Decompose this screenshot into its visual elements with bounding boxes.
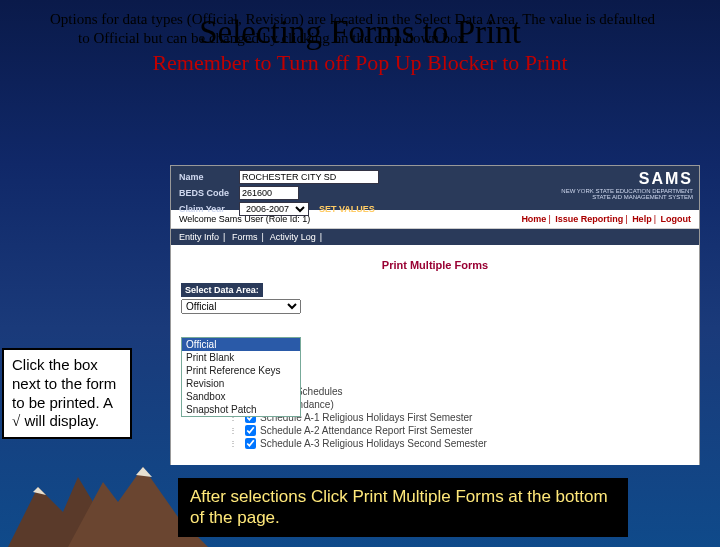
dropdown-option[interactable]: Sandbox xyxy=(182,390,300,403)
claimyear-select[interactable]: 2006-2007 xyxy=(239,202,309,216)
data-area-select[interactable]: Official xyxy=(181,299,301,314)
dropdown-option[interactable]: Official xyxy=(182,338,300,351)
form-label: Schedule A-3 Religious Holidays Second S… xyxy=(260,438,487,449)
name-field[interactable] xyxy=(239,170,379,184)
dropdown-option[interactable]: Print Blank xyxy=(182,351,300,364)
page-title: Print Multiple Forms xyxy=(181,259,689,271)
dropdown-option[interactable]: Snapshot Patch xyxy=(182,403,300,416)
name-label: Name xyxy=(179,172,235,182)
app-topbar: Name BEDS Code Claim Year 2006-2007 SET … xyxy=(171,166,699,210)
sams-logo: SAMS NEW YORK STATE EDUCATION DEPARTMENT… xyxy=(561,170,693,200)
tab-bar: Entity Info| Forms| Activity Log| xyxy=(171,229,699,245)
form-checkbox[interactable] xyxy=(245,425,256,436)
sams-app-screenshot: Name BEDS Code Claim Year 2006-2007 SET … xyxy=(170,165,700,465)
nav-logout[interactable]: Logout xyxy=(661,214,692,224)
beds-field[interactable] xyxy=(239,186,299,200)
nav-help[interactable]: Help xyxy=(632,214,652,224)
tab-entity[interactable]: Entity Info xyxy=(179,232,219,242)
callout-after-selections: After selections Click Print Multiple Fo… xyxy=(178,478,628,537)
callout-click-box: Click the box next to the form to be pri… xyxy=(2,348,132,439)
form-checkbox[interactable] xyxy=(245,438,256,449)
data-area-dropdown-open[interactable]: Official Print Blank Print Reference Key… xyxy=(181,337,301,417)
select-area-label: Select Data Area: xyxy=(181,283,263,297)
dropdown-option[interactable]: Print Reference Keys xyxy=(182,364,300,377)
set-values-button[interactable]: SET VALUES xyxy=(319,204,375,214)
slide-title: Selecting Forms to Print xyxy=(0,14,720,51)
nav-home[interactable]: Home xyxy=(521,214,546,224)
tab-forms[interactable]: Forms xyxy=(232,232,258,242)
form-label: Schedule A-2 Attendance Report First Sem… xyxy=(260,425,473,436)
remember-warning: Remember to Turn off Pop Up Blocker to P… xyxy=(0,50,720,76)
beds-label: BEDS Code xyxy=(179,188,235,198)
nav-issue[interactable]: Issue Reporting xyxy=(555,214,623,224)
dropdown-option[interactable]: Revision xyxy=(182,377,300,390)
checkmark-glyph: √ xyxy=(12,413,20,429)
claimyear-label: Claim Year xyxy=(179,204,235,214)
tab-activity[interactable]: Activity Log xyxy=(270,232,316,242)
